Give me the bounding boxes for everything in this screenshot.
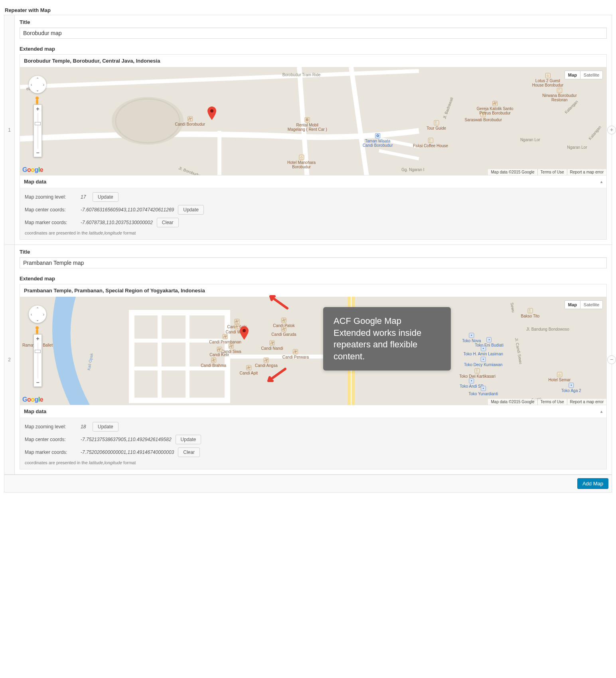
- coords-note: coordinates are presented in the latitud…: [25, 231, 602, 235]
- food-icon: 🍴: [557, 88, 562, 93]
- map-data-label: Map data: [24, 408, 46, 414]
- center-value: -7.607863165605943,110.20747420611269: [77, 207, 178, 213]
- poi-label: ⌂Hotel Semar: [549, 372, 571, 382]
- update-zoom-button[interactable]: Update: [93, 422, 118, 432]
- add-map-button[interactable]: Add Map: [577, 478, 608, 489]
- pan-control[interactable]: ‹›: [29, 305, 46, 323]
- row-handle[interactable]: 1: [4, 15, 15, 244]
- poi-label: •Toko Decy Kurniawan: [464, 357, 503, 367]
- temple-icon: 卍: [492, 101, 498, 106]
- attribution: Map data ©2015 Google Terms of Use Repor…: [488, 399, 606, 405]
- svg-point-12: [243, 329, 246, 332]
- food-icon: 🍴: [475, 369, 480, 374]
- attribution: Map data ©2015 Google Terms of Use Repor…: [488, 169, 606, 175]
- temple-icon: 卍: [234, 319, 239, 324]
- map-data-panel: Map data ▴ Map zooming level: 18 Update …: [20, 405, 607, 469]
- poi-label: ⌂Lotus 2 GuestHouse Borobudur: [532, 73, 563, 87]
- map-type-map[interactable]: Map: [565, 300, 580, 309]
- poi-label: 卍Gereja Katolik SantoPetrus Borobudur: [477, 101, 513, 115]
- shop-icon: •: [481, 386, 486, 391]
- zoom-out-button[interactable]: −: [34, 378, 41, 386]
- map-canvas[interactable]: Map Satellite ‹› + − Google Map data: [20, 67, 607, 175]
- clear-marker-button[interactable]: Clear: [157, 218, 179, 227]
- marker-icon[interactable]: [207, 106, 216, 120]
- terms-link[interactable]: Terms of Use: [537, 399, 567, 405]
- poi-label: 🍴Nirwana BorobudurRestoran: [542, 88, 577, 102]
- zoom-in-button[interactable]: +: [34, 105, 41, 113]
- add-row-button[interactable]: +: [607, 126, 616, 134]
- map-data-label: Map data: [24, 179, 46, 185]
- callout-box: ACF Google Map Extended works inside rep…: [323, 307, 451, 371]
- road-label: Jl. Bandung Bondowoso: [526, 327, 569, 331]
- poi-label: 卍Candi Borobudur: [175, 116, 205, 126]
- svg-point-6: [210, 109, 213, 112]
- update-center-button[interactable]: Update: [178, 205, 204, 215]
- temple-icon: 卍: [217, 347, 222, 352]
- center-value: -7.752137538637905,110.4929426149582: [77, 437, 176, 442]
- road-label: Gg. Ngaran I: [401, 168, 424, 172]
- zoom-slider-handle[interactable]: [35, 122, 41, 125]
- map-type-map[interactable]: Map: [565, 71, 580, 79]
- temple-icon: 卍: [264, 358, 269, 363]
- map-type-satellite[interactable]: Satellite: [580, 300, 603, 309]
- shop-icon: •: [481, 346, 486, 351]
- poi-label: 🍴Bakso Tito: [521, 308, 540, 318]
- pan-control[interactable]: ‹›: [29, 76, 46, 93]
- temple-icon: 卍: [223, 334, 228, 339]
- remove-row-button[interactable]: −: [607, 355, 616, 364]
- zoom-out-button[interactable]: −: [34, 149, 41, 157]
- repeater: 1 Title Extended map Borobudur Temple, B…: [4, 15, 612, 493]
- car-icon: ⊞: [305, 117, 310, 122]
- repeater-row: 1 Title Extended map Borobudur Temple, B…: [4, 15, 612, 245]
- google-logo: Google: [22, 166, 43, 173]
- hotel-icon: ⌂: [299, 155, 304, 160]
- shop-icon: •: [481, 357, 486, 362]
- temple-icon: 卍: [281, 326, 286, 331]
- shop-icon: •: [469, 378, 474, 383]
- hotel-icon: ⌂: [557, 372, 562, 377]
- food-icon: 🍴: [527, 308, 533, 313]
- map-canvas[interactable]: Map Satellite ‹› + − Google Map data: [20, 297, 607, 405]
- title-input[interactable]: [20, 28, 607, 39]
- marker-label: Map marker coords:: [25, 220, 77, 225]
- poi-label: 卍Candi Brahma: [201, 358, 226, 368]
- poi-label: ⊞Rental MobilMagelang ( Rent Car ): [288, 117, 327, 132]
- coords-note: coordinates are presented in the latitud…: [25, 460, 602, 465]
- update-center-button[interactable]: Update: [176, 435, 201, 444]
- poi-label: 卍Candi Nandi: [261, 340, 283, 350]
- temple-icon: 卍: [234, 324, 239, 329]
- road-label: Borobudur Tram Ride: [282, 72, 321, 77]
- park-icon: ✿: [375, 133, 380, 138]
- zoom-slider-handle[interactable]: [35, 350, 41, 353]
- poi-label: ⌂Hotel ManoharaBorobudur: [287, 155, 316, 169]
- svg-rect-9: [36, 329, 38, 333]
- update-zoom-button[interactable]: Update: [93, 192, 118, 202]
- clear-marker-button[interactable]: Clear: [178, 447, 200, 457]
- map-type-satellite[interactable]: Satellite: [580, 71, 603, 79]
- repeater-row: 2 Title Extended map Prambanan Temple, P…: [4, 245, 612, 475]
- zoom-control[interactable]: + −: [34, 334, 42, 387]
- title-input[interactable]: [20, 257, 607, 268]
- poi-label: 卍Candi Apit: [240, 365, 258, 375]
- callout-arrow-up: [267, 294, 291, 310]
- temple-icon: 卍: [293, 349, 298, 354]
- report-link[interactable]: Report a map error: [567, 169, 606, 175]
- poi-label: •Toko Yunardianti: [468, 386, 498, 396]
- temple-icon: 卍: [246, 365, 251, 371]
- zoom-label: Map zooming level:: [25, 424, 77, 430]
- zoom-control[interactable]: + −: [34, 104, 42, 157]
- terms-link[interactable]: Terms of Use: [537, 169, 567, 175]
- temple-icon: 卍: [229, 344, 234, 349]
- poi-label: •Toko H. Amin Lasiman: [464, 346, 503, 356]
- collapse-icon[interactable]: ▴: [600, 179, 602, 184]
- marker-label: Map marker coords:: [25, 449, 77, 455]
- collapse-icon[interactable]: ▴: [600, 409, 602, 414]
- report-link[interactable]: Report a map error: [567, 399, 606, 405]
- marker-icon[interactable]: [240, 326, 249, 340]
- row-handle[interactable]: 2: [4, 245, 15, 474]
- zoom-in-button[interactable]: +: [34, 335, 41, 343]
- svg-point-8: [36, 326, 39, 329]
- callout-arrow-down: [265, 367, 289, 383]
- svg-point-2: [36, 97, 39, 100]
- poi-label: 🍴Paksi Coffee House: [413, 138, 448, 148]
